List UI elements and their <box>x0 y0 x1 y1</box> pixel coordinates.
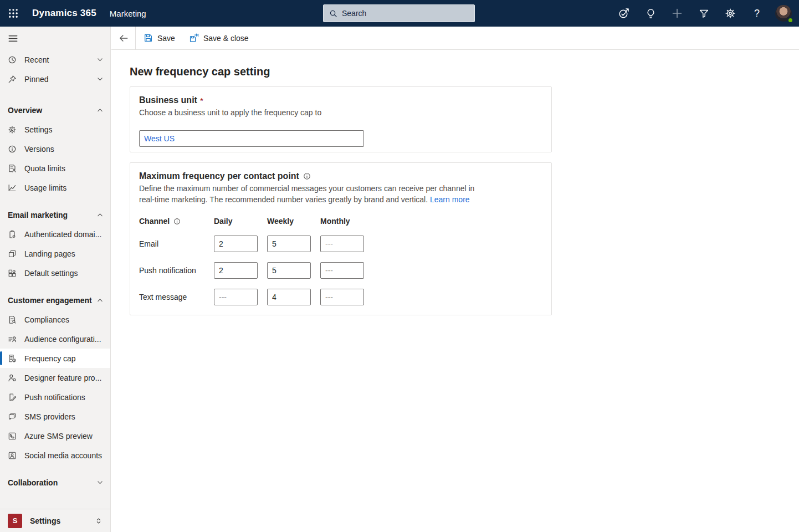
push-weekly-input[interactable] <box>267 262 311 279</box>
text-monthly-input[interactable] <box>320 289 364 305</box>
sidebar-section-email-marketing[interactable]: Email marketing <box>0 205 110 224</box>
person-card-icon <box>8 451 17 460</box>
text-daily-input[interactable] <box>214 289 258 305</box>
sidebar-item-label: Pinned <box>24 75 96 84</box>
chevron-down-icon[interactable] <box>96 56 104 63</box>
clock-icon <box>8 55 17 64</box>
table-row-text-message: Text message <box>139 289 542 305</box>
sidebar-item-compliances[interactable]: Compliances <box>0 310 110 329</box>
table-row-email: Email <box>139 236 542 252</box>
info-icon <box>8 145 17 154</box>
sidebar-item-frequency-cap[interactable]: Frequency cap <box>0 349 110 368</box>
sidebar-section-overview[interactable]: Overview <box>0 100 110 120</box>
email-monthly-input[interactable] <box>320 236 364 252</box>
chat-bubble-icon <box>8 412 17 421</box>
hamburger-icon <box>8 33 18 44</box>
text-weekly-input[interactable] <box>267 289 311 305</box>
phone-edit-icon <box>8 393 17 402</box>
back-arrow-icon <box>119 33 129 43</box>
launch-icon[interactable] <box>611 0 637 27</box>
brand-title[interactable]: Dynamics 365 <box>32 8 96 19</box>
email-weekly-input[interactable] <box>267 236 311 252</box>
command-bar: Save Save & close <box>111 27 799 50</box>
push-daily-input[interactable] <box>214 262 258 279</box>
top-bar-actions: ? <box>611 0 797 27</box>
frequency-cap-icon <box>8 354 17 363</box>
sidebar-item-default-settings[interactable]: Default settings <box>0 263 110 283</box>
sidebar-item-social-media-accounts[interactable]: Social media accounts <box>0 446 110 465</box>
sidebar-item-versions[interactable]: Versions <box>0 139 110 158</box>
main-content: Save Save & close New frequency cap sett… <box>111 27 799 532</box>
channel-label: Push notification <box>139 266 214 275</box>
add-icon[interactable] <box>664 0 690 27</box>
layout-gear-icon <box>8 269 17 278</box>
save-close-icon <box>189 33 199 43</box>
form-content: New frequency cap setting Business unit … <box>111 50 799 315</box>
sidebar-item-recent[interactable]: Recent <box>0 50 110 69</box>
app-launcher-icon[interactable] <box>0 0 27 27</box>
help-icon[interactable]: ? <box>744 0 770 27</box>
info-icon[interactable] <box>303 172 311 180</box>
gear-icon <box>8 125 17 134</box>
frequency-cap-description: Define the maximum number of commercial … <box>139 184 474 204</box>
chevron-down-icon <box>96 479 104 486</box>
business-unit-lookup-input[interactable] <box>139 130 364 147</box>
sidebar-item-usage-limits[interactable]: Usage limits <box>0 178 110 197</box>
business-unit-description: Choose a business unit to apply the freq… <box>139 108 476 119</box>
sidebar-item-label: Recent <box>24 55 96 64</box>
sidebar-item-push-notifications[interactable]: Push notifications <box>0 387 110 407</box>
push-monthly-input[interactable] <box>320 262 364 279</box>
save-button[interactable]: Save <box>137 27 182 50</box>
usage-chart-icon <box>8 183 17 192</box>
sidebar-item-pinned[interactable]: Pinned <box>0 69 110 89</box>
chevron-down-icon[interactable] <box>96 75 104 83</box>
email-daily-input[interactable] <box>214 236 258 252</box>
dynamics-365-marketing-app: Dynamics 365 Marketing <box>0 0 799 532</box>
pages-icon <box>8 249 17 258</box>
info-icon[interactable] <box>173 218 181 225</box>
global-search[interactable] <box>323 4 475 22</box>
lightbulb-icon[interactable] <box>637 0 664 27</box>
save-label: Save <box>157 34 175 43</box>
column-monthly: Monthly <box>320 217 373 226</box>
settings-gear-icon[interactable] <box>717 0 744 27</box>
collapse-sidebar-button[interactable] <box>0 27 27 50</box>
save-close-label: Save & close <box>203 34 249 43</box>
page-title: New frequency cap setting <box>130 65 799 78</box>
sidebar-scroll-area[interactable]: Recent Pinned Overview Sett <box>0 27 110 509</box>
learn-more-link[interactable]: Learn more <box>430 195 470 204</box>
sidebar-item-authenticated-domains[interactable]: Authenticated domai... <box>0 224 110 244</box>
sidebar-section-customer-engagement[interactable]: Customer engagement <box>0 290 110 310</box>
channel-label: Text message <box>139 293 214 301</box>
chevron-up-icon <box>96 106 104 114</box>
frequency-table: Channel Daily Weekly Monthly Email <box>139 217 542 305</box>
chevron-up-icon <box>96 296 104 304</box>
save-and-close-button[interactable]: Save & close <box>183 27 255 50</box>
sidebar-section-collaboration[interactable]: Collaboration <box>0 473 110 492</box>
business-unit-title: Business unit <box>139 95 197 105</box>
sidebar-item-landing-pages[interactable]: Landing pages <box>0 244 110 263</box>
filter-icon[interactable] <box>690 0 717 27</box>
search-input[interactable] <box>342 9 464 18</box>
sidebar-item-settings[interactable]: Settings <box>0 120 110 139</box>
sidebar-item-sms-providers[interactable]: SMS providers <box>0 407 110 426</box>
required-asterisk: * <box>200 96 203 105</box>
app-name[interactable]: Marketing <box>110 9 146 18</box>
area-switcher[interactable]: S Settings <box>0 509 110 532</box>
column-weekly: Weekly <box>267 217 320 226</box>
chevron-up-icon <box>96 211 104 218</box>
frequency-cap-title: Maximum frequency per contact point <box>139 171 299 181</box>
account-avatar[interactable] <box>770 0 797 27</box>
sidebar-item-audience-configuration[interactable]: Audience configurati... <box>0 329 110 349</box>
save-icon <box>144 33 153 43</box>
sidebar-item-azure-sms-preview[interactable]: Azure SMS preview <box>0 426 110 446</box>
clipboard-gear-icon <box>8 230 17 239</box>
column-daily: Daily <box>214 217 267 226</box>
sidebar-item-designer-feature-protection[interactable]: Designer feature pro... <box>0 368 110 387</box>
person-gear-icon <box>8 374 17 382</box>
sidebar-item-quota-limits[interactable]: Quota limits <box>0 158 110 178</box>
quota-limits-icon <box>8 164 17 173</box>
back-button[interactable] <box>111 27 136 50</box>
channel-label: Email <box>139 239 214 248</box>
audience-icon <box>8 335 17 344</box>
